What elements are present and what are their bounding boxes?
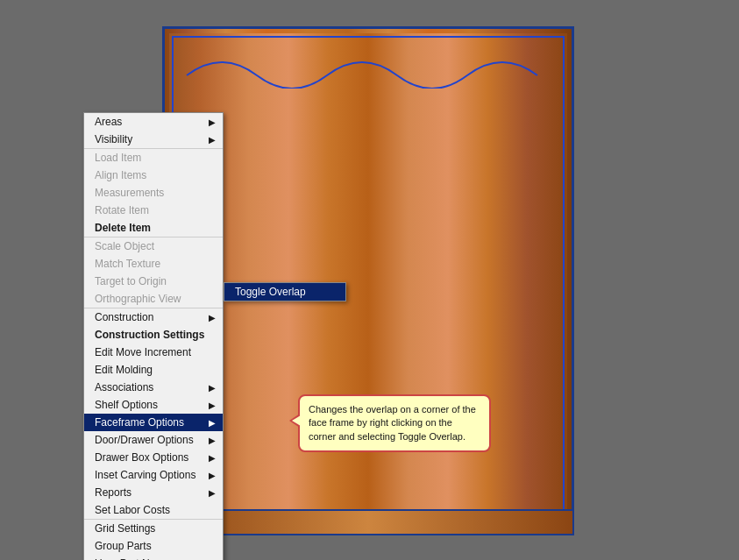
menu-item-target-to-origin[interactable]: Target to Origin <box>84 273 223 290</box>
submenu-item-toggle-overlap[interactable]: Toggle Overlap <box>224 283 345 301</box>
arrow-icon: ▶ <box>209 383 216 393</box>
faceframe-submenu: Toggle Overlap <box>224 282 346 301</box>
menu-item-user-part-name[interactable]: User Part Name <box>84 555 223 560</box>
menu-item-edit-molding[interactable]: Edit Molding <box>84 361 223 379</box>
arrow-icon: ▶ <box>209 117 216 127</box>
arrow-icon: ▶ <box>209 418 216 428</box>
menu-item-delete-item[interactable]: Delete Item <box>84 219 223 237</box>
context-menu: Areas ▶ Visibility ▶ Load Item Align Ite… <box>83 112 224 560</box>
menu-section-1: Areas ▶ Visibility ▶ <box>84 113 223 149</box>
arrow-icon: ▶ <box>209 135 216 145</box>
menu-item-scale-object[interactable]: Scale Object <box>84 237 223 255</box>
menu-item-faceframe-options[interactable]: Faceframe Options ▶ <box>84 414 223 431</box>
tooltip: Changes the overlap on a corner of the f… <box>298 394 491 452</box>
menu-item-grid-settings[interactable]: Grid Settings <box>84 520 223 537</box>
molding-curve <box>178 45 546 89</box>
menu-item-reports[interactable]: Reports ▶ <box>84 484 223 501</box>
menu-item-edit-move-increment[interactable]: Edit Move Increment <box>84 344 223 361</box>
menu-item-areas[interactable]: Areas ▶ <box>84 113 223 131</box>
arrow-icon: ▶ <box>209 488 216 498</box>
menu-item-construction-settings[interactable]: Construction Settings <box>84 326 223 344</box>
menu-item-associations[interactable]: Associations ▶ <box>84 379 223 396</box>
menu-item-construction[interactable]: Construction ▶ <box>84 308 223 326</box>
menu-section-2: Load Item Align Items Measurements Rotat… <box>84 149 223 237</box>
menu-item-door-drawer-options[interactable]: Door/Drawer Options ▶ <box>84 431 223 449</box>
menu-item-match-texture[interactable]: Match Texture <box>84 255 223 273</box>
cabinet-bottom <box>162 509 574 535</box>
menu-item-set-labor-costs[interactable]: Set Labor Costs <box>84 501 223 519</box>
arrow-icon: ▶ <box>209 453 216 463</box>
menu-item-shelf-options[interactable]: Shelf Options ▶ <box>84 396 223 414</box>
arrow-icon: ▶ <box>209 313 216 323</box>
menu-item-group-parts[interactable]: Group Parts <box>84 537 223 555</box>
menu-item-measurements[interactable]: Measurements <box>84 184 223 202</box>
menu-item-orthographic-view[interactable]: Orthographic View <box>84 290 223 308</box>
menu-item-visibility[interactable]: Visibility ▶ <box>84 131 223 148</box>
menu-item-load-item[interactable]: Load Item <box>84 149 223 167</box>
menu-section-5: Grid Settings Group Parts User Part Name… <box>84 520 223 560</box>
menu-item-align-items[interactable]: Align Items <box>84 167 223 184</box>
menu-item-drawer-box-options[interactable]: Drawer Box Options ▶ <box>84 449 223 466</box>
arrow-icon: ▶ <box>209 436 216 445</box>
menu-section-3: Scale Object Match Texture Target to Ori… <box>84 237 223 308</box>
menu-item-inset-carving-options[interactable]: Inset Carving Options ▶ <box>84 466 223 484</box>
menu-item-rotate-item[interactable]: Rotate Item <box>84 202 223 219</box>
menu-section-4: Construction ▶ Construction Settings Edi… <box>84 308 223 520</box>
arrow-icon: ▶ <box>209 471 216 480</box>
arrow-icon: ▶ <box>209 401 216 410</box>
